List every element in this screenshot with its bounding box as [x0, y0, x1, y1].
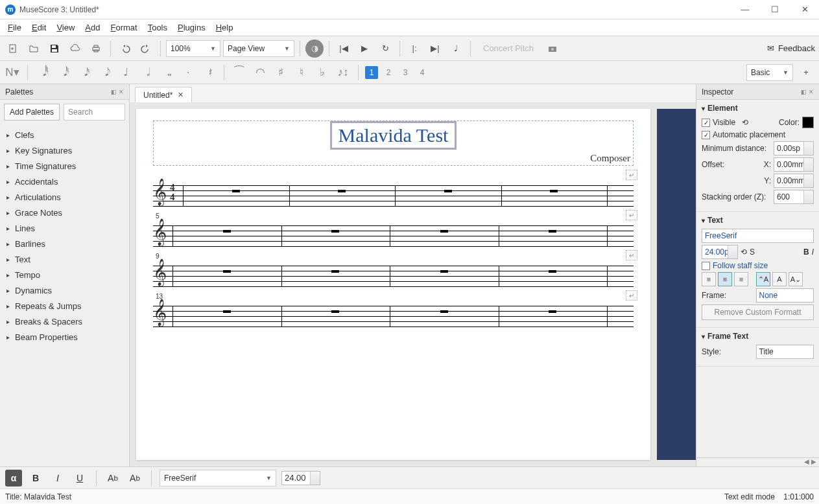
staff-system[interactable]: 5↵ 𝄞: [153, 220, 634, 246]
flat-icon[interactable]: ♭: [314, 64, 331, 81]
system-break-icon[interactable]: ↵: [626, 290, 637, 301]
tab-close-icon[interactable]: ✕: [178, 91, 184, 99]
note-quarter-icon[interactable]: ♩: [117, 64, 134, 81]
offset-y-field[interactable]: 0.00mm: [774, 174, 814, 188]
add-workspace-icon[interactable]: +: [797, 63, 815, 82]
note-32nd-icon[interactable]: 𝅘𝅥𝅰: [55, 64, 72, 81]
concert-pitch-button[interactable]: Concert Pitch: [476, 40, 541, 58]
note-64th-icon[interactable]: 𝅘𝅥𝅱: [34, 64, 51, 81]
palette-breaks-spacers[interactable]: ▸Breaks & Spacers: [0, 314, 129, 329]
stacking-order-field[interactable]: 600: [774, 190, 814, 204]
color-picker[interactable]: [802, 117, 814, 128]
align-center-icon[interactable]: ≡: [718, 272, 732, 286]
zoom-combo[interactable]: 100%▼: [166, 40, 220, 57]
slur-icon[interactable]: ◠: [252, 64, 268, 81]
visible-checkbox[interactable]: ✓: [702, 119, 710, 127]
whole-rest[interactable]: [549, 230, 556, 233]
palette-beam-properties[interactable]: ▸Beam Properties: [0, 329, 129, 345]
palette-key-signatures[interactable]: ▸Key Signatures: [0, 143, 129, 158]
score-composer[interactable]: Composer: [590, 153, 630, 164]
rest-icon[interactable]: 𝄽: [200, 64, 217, 81]
score-page[interactable]: Malavida Test Composer ↵ 𝄞445↵ 𝄞9↵ 𝄞13↵ …: [136, 109, 650, 460]
palette-text[interactable]: ▸Text: [0, 251, 129, 267]
superscript-button[interactable]: Ab: [126, 470, 143, 487]
auto-placement-checkbox[interactable]: ✓: [702, 131, 710, 139]
palette-dynamics[interactable]: ▸Dynamics: [0, 282, 129, 298]
undo-icon[interactable]: [116, 40, 134, 58]
whole-rest[interactable]: [440, 270, 448, 273]
min-distance-field[interactable]: 0.00sp: [774, 141, 814, 155]
whole-rest[interactable]: [331, 230, 339, 233]
flip-icon[interactable]: ♪↕: [335, 64, 351, 81]
voice-2[interactable]: 2: [382, 66, 395, 79]
whole-rest[interactable]: [444, 190, 452, 192]
palette-barlines[interactable]: ▸Barlines: [0, 236, 129, 251]
inspector-scroll[interactable]: ◀ ▶: [696, 457, 819, 466]
voice-4[interactable]: 4: [416, 66, 429, 79]
staff-system[interactable]: ↵ 𝄞44: [153, 180, 634, 206]
palette-clefs[interactable]: ▸Clefs: [0, 127, 129, 143]
whole-rest[interactable]: [331, 310, 339, 313]
font-combo[interactable]: FreeSerif▼: [160, 470, 276, 487]
staff-system[interactable]: 9↵ 𝄞: [153, 260, 634, 286]
repeat-end-icon[interactable]: ▶|: [426, 40, 444, 58]
underline-button[interactable]: U: [71, 470, 88, 487]
align-right-icon[interactable]: ≡: [734, 272, 748, 286]
italic-button[interactable]: I: [49, 470, 66, 487]
font-size-input[interactable]: 24.00: [281, 471, 320, 485]
reset-icon[interactable]: ⟲: [742, 118, 748, 127]
palette-repeats-jumps[interactable]: ▸Repeats & Jumps: [0, 298, 129, 314]
menu-help[interactable]: Help: [211, 21, 239, 34]
system-break-icon[interactable]: ↵: [626, 170, 637, 180]
whole-rest[interactable]: [331, 270, 339, 273]
whole-rest[interactable]: [232, 190, 240, 192]
add-palettes-button[interactable]: Add Palettes: [4, 104, 60, 120]
bold-toggle[interactable]: B: [803, 247, 809, 257]
system-break-icon[interactable]: ↵: [626, 250, 637, 260]
whole-rest[interactable]: [440, 310, 448, 313]
valign-top-icon[interactable]: ⌃A: [756, 272, 770, 286]
palette-accidentals[interactable]: ▸Accidentals: [0, 174, 129, 189]
whole-rest[interactable]: [223, 270, 231, 273]
voice-1[interactable]: 1: [365, 66, 378, 79]
menu-add[interactable]: Add: [80, 21, 105, 34]
natural-icon[interactable]: ♮: [293, 64, 310, 81]
view-mode-combo[interactable]: Page View▼: [223, 40, 294, 57]
whole-rest[interactable]: [550, 190, 558, 192]
close-button[interactable]: ✕: [796, 5, 814, 14]
loop-icon[interactable]: ↻: [376, 40, 394, 58]
repeat-start-icon[interactable]: |:: [405, 40, 423, 58]
whole-rest[interactable]: [223, 310, 231, 313]
subscript-button[interactable]: Ab: [104, 470, 121, 487]
whole-rest[interactable]: [549, 310, 556, 313]
open-file-icon[interactable]: [25, 40, 43, 58]
undock-icon[interactable]: ◧: [111, 89, 117, 95]
rewind-icon[interactable]: |◀: [335, 40, 353, 58]
menu-tools[interactable]: Tools: [143, 21, 172, 34]
note-half-icon[interactable]: 𝅗𝅥: [138, 64, 155, 81]
palette-time-signatures[interactable]: ▸Time Signatures: [0, 158, 129, 174]
whole-rest[interactable]: [338, 190, 346, 192]
system-break-icon[interactable]: ↵: [626, 210, 637, 220]
whole-rest[interactable]: [440, 230, 448, 233]
sharp-icon[interactable]: ♯: [272, 64, 289, 81]
valign-bottom-icon[interactable]: A⌄: [789, 272, 803, 286]
frame-combo[interactable]: None: [756, 288, 814, 303]
italic-toggle[interactable]: I: [812, 247, 814, 257]
menu-plugins[interactable]: Plugins: [172, 21, 211, 34]
reset-size-icon[interactable]: ⟲: [741, 247, 747, 257]
score-title[interactable]: Malavida Test: [330, 121, 457, 150]
title-frame[interactable]: Malavida Test Composer: [153, 120, 634, 166]
menu-file[interactable]: File: [3, 21, 27, 34]
workspace-combo[interactable]: Basic▼: [746, 64, 793, 81]
palette-lines[interactable]: ▸Lines: [0, 220, 129, 236]
undock-icon[interactable]: ◧: [801, 89, 807, 95]
palette-icon[interactable]: ◑: [305, 40, 324, 58]
save-icon[interactable]: [45, 40, 64, 58]
bold-button[interactable]: B: [27, 470, 44, 487]
font-family-combo[interactable]: FreeSerif: [702, 229, 814, 243]
follow-staff-checkbox[interactable]: [702, 262, 710, 270]
font-size-field[interactable]: 24.00p: [702, 245, 738, 259]
staff-system[interactable]: 13↵ 𝄞: [153, 301, 634, 326]
valign-mid-icon[interactable]: A: [772, 272, 787, 286]
